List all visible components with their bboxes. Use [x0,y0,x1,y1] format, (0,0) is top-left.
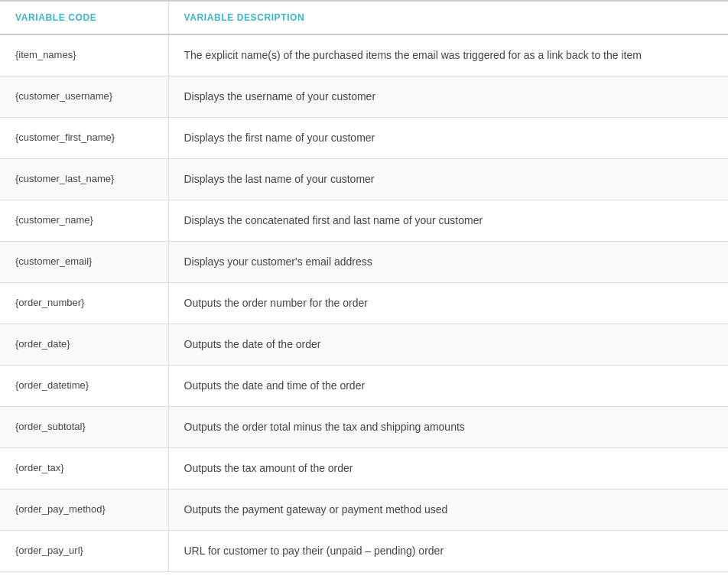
variable-description-cell: URL for customer to pay their (unpaid – … [168,531,728,572]
variable-description-cell: Outputs the date and time of the order [168,366,728,407]
variable-description-cell: The explicit name(s) of the purchased it… [168,34,728,76]
variable-code-cell: {order_date} [0,324,168,366]
variable-code-cell: {order_subtotal} [0,407,168,448]
variable-description-cell: Outputs the payment gateway or payment m… [168,490,728,531]
variable-description-cell: Outputs the order total minus the tax an… [168,407,728,448]
variable-code-cell: {customer_email} [0,242,168,283]
variable-description-cell: Outputs the date of the order [168,324,728,366]
variable-table-container: Variable Code Variable Description {item… [0,0,728,579]
table-header-row: Variable Code Variable Description [0,1,728,34]
variable-code-cell: {customer_first_name} [0,118,168,159]
table-row: {item_names}The explicit name(s) of the … [0,34,728,76]
variable-code-cell: {item_names} [0,34,168,76]
table-row: {order_pay_url}URL for customer to pay t… [0,531,728,572]
table-row: {order_number}Outputs the order number f… [0,283,728,324]
table-row: {order_subtotal}Outputs the order total … [0,407,728,448]
variable-description-cell: Displays the username of your customer [168,76,728,118]
column-header-code: Variable Code [0,1,168,34]
table-row: {order_date}Outputs the date of the orde… [0,324,728,366]
table-row: {customer_first_name}Displays the first … [0,118,728,159]
variable-description-cell: Displays the last name of your customer [168,159,728,200]
table-row: {customer_email}Displays your customer's… [0,242,728,283]
variable-code-cell: {order_pay_url} [0,531,168,572]
variable-description-cell: Displays the concatenated first and last… [168,200,728,242]
table-row: {order_tax}Outputs the tax amount of the… [0,448,728,490]
variable-description-cell: Outputs the order number for the order [168,283,728,324]
table-row: {customer_name}Displays the concatenated… [0,200,728,242]
variable-description-cell: Displays your customer's email address [168,242,728,283]
variable-code-cell: {customer_username} [0,76,168,118]
variable-description-cell: Outputs the tax amount of the order [168,448,728,490]
variable-code-cell: {order_number} [0,283,168,324]
table-row: {customer_username}Displays the username… [0,76,728,118]
variable-description-cell: Displays the first name of your customer [168,118,728,159]
variable-table: Variable Code Variable Description {item… [0,0,728,572]
column-header-description: Variable Description [168,1,728,34]
variable-code-cell: {order_pay_method} [0,490,168,531]
table-row: {customer_last_name}Displays the last na… [0,159,728,200]
table-row: {order_pay_method}Outputs the payment ga… [0,490,728,531]
variable-code-cell: {order_tax} [0,448,168,490]
table-row: {order_datetime}Outputs the date and tim… [0,366,728,407]
variable-code-cell: {order_datetime} [0,366,168,407]
table-body: {item_names}The explicit name(s) of the … [0,34,728,572]
variable-code-cell: {customer_name} [0,200,168,242]
variable-code-cell: {customer_last_name} [0,159,168,200]
